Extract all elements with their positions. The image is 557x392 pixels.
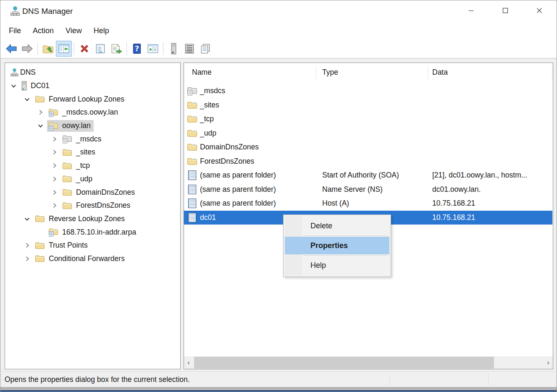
toolbar-separator — [163, 42, 163, 55]
tree-item-forestdnszones[interactable]: ForestDnsZones — [5, 199, 180, 212]
export-list-button[interactable] — [108, 41, 124, 57]
expander[interactable] — [47, 174, 61, 183]
menu-help[interactable]: Help — [88, 24, 115, 38]
tree-item-oowy-lan[interactable]: oowy.lan — [5, 119, 180, 133]
show-console-tree-button[interactable] — [56, 41, 72, 57]
forward-button[interactable] — [19, 41, 35, 57]
list-row-tcp[interactable]: _tcp — [184, 112, 553, 126]
help-button[interactable] — [129, 41, 145, 57]
export-list-icon — [110, 43, 122, 54]
tree-item-udp[interactable]: _udp — [5, 172, 180, 186]
expander[interactable] — [34, 121, 47, 131]
tree-item-dns-root[interactable]: DNS — [5, 66, 180, 79]
tree-item-trust-points[interactable]: Trust Points — [5, 239, 180, 252]
column-divider[interactable] — [316, 66, 316, 79]
folder-icon — [187, 100, 197, 110]
maximize-icon — [502, 8, 508, 13]
chevron-right-icon — [24, 242, 31, 249]
copy-button[interactable] — [197, 41, 213, 57]
close-button[interactable] — [522, 0, 556, 21]
list-row-sites[interactable]: _sites — [184, 98, 553, 112]
tree-item-reverse-lookup-zones[interactable]: Reverse Lookup Zones — [5, 212, 180, 226]
tree-item-label: _tcp — [76, 161, 90, 170]
expander[interactable] — [20, 214, 34, 223]
cell-name: (same as parent folder) — [200, 185, 276, 194]
record-icon — [187, 184, 197, 195]
tree-item-label: _udp — [76, 175, 92, 183]
tree-item-label: Trust Points — [49, 241, 88, 250]
list-row-soa[interactable]: (same as parent folder) Start of Authori… — [184, 168, 553, 183]
cell-data: [21], dc01.oowy.lan., hostm... — [432, 171, 527, 180]
scroll-left-arrow[interactable]: ‹ — [184, 356, 193, 369]
properties-button[interactable] — [92, 41, 108, 57]
expander[interactable] — [47, 188, 61, 197]
minimize-button[interactable] — [454, 0, 488, 21]
status-divider — [488, 374, 489, 385]
column-divider[interactable] — [428, 66, 428, 79]
toolbar-separator — [74, 42, 74, 55]
folder-icon — [35, 241, 45, 250]
context-menu-item-properties[interactable]: Properties — [285, 237, 389, 254]
column-header-type[interactable]: Type — [322, 68, 338, 77]
context-menu-item-help[interactable]: Help — [285, 256, 389, 275]
zone-folder-gray-icon — [187, 86, 197, 96]
expander[interactable] — [47, 201, 61, 210]
window-controls — [454, 0, 556, 21]
folder-icon — [187, 142, 197, 152]
tree-item-dc01[interactable]: DC01 — [5, 79, 180, 93]
expander[interactable] — [47, 161, 61, 170]
list-row-host-a-parent[interactable]: (same as parent folder) Host (A) 10.75.1… — [184, 196, 553, 211]
tree-item-168-75-10-in-addr-arpa[interactable]: 168.75.10.in-addr.arpa — [5, 225, 180, 239]
tree-item-msdcs[interactable]: _msdcs — [5, 132, 180, 146]
tree-item-sites[interactable]: _sites — [5, 146, 180, 159]
server-button[interactable] — [166, 41, 181, 57]
tree-item-forward-lookup-zones[interactable]: Forward Lookup Zones — [5, 92, 180, 106]
new-window-button[interactable] — [145, 41, 161, 57]
menu-view[interactable]: View — [60, 24, 88, 38]
cell-name: (same as parent folder) — [200, 171, 276, 180]
console-tree-panel: DNS DC01 Forward Lookup Zones _msdcs.oow… — [5, 63, 181, 369]
list-row-udp[interactable]: _udp — [184, 126, 553, 141]
tree-item-tcp[interactable]: _tcp — [5, 159, 180, 172]
tree-item-msdcs-oowy-lan[interactable]: _msdcs.oowy.lan — [5, 106, 180, 119]
scroll-right-arrow[interactable]: › — [544, 356, 553, 369]
delete-button[interactable] — [76, 41, 92, 57]
scrollbar-thumb[interactable] — [194, 357, 494, 368]
maximize-button[interactable] — [488, 0, 522, 21]
list-row-domaindnszones[interactable]: DomainDnsZones — [184, 140, 553, 154]
list-row-ns[interactable]: (same as parent folder) Name Server (NS)… — [184, 183, 553, 197]
menu-action[interactable]: Action — [27, 24, 60, 38]
up-one-level-button[interactable] — [40, 41, 56, 57]
column-header-data[interactable]: Data — [432, 68, 448, 77]
folder-icon — [62, 188, 72, 196]
menu-bar: File Action View Help — [0, 22, 557, 39]
menu-file[interactable]: File — [3, 24, 27, 38]
zone-folder-gray-icon — [62, 134, 72, 144]
list-row-forestdnszones[interactable]: ForestDnsZones — [184, 154, 553, 169]
expander[interactable] — [7, 81, 20, 91]
chevron-right-icon — [24, 255, 31, 262]
back-button[interactable] — [3, 41, 19, 57]
tree-item-label: ForestDnsZones — [76, 201, 130, 210]
expander[interactable] — [47, 134, 61, 144]
column-divider[interactable] — [552, 66, 552, 79]
status-text: Opens the properties dialog box for the … — [5, 375, 190, 384]
tree-item-domaindnszones[interactable]: DomainDnsZones — [5, 186, 180, 199]
folder-icon — [35, 95, 45, 103]
cell-type: Name Server (NS) — [322, 185, 383, 194]
expander[interactable] — [20, 241, 34, 250]
expander[interactable] — [47, 148, 61, 157]
column-header-name[interactable]: Name — [192, 68, 212, 77]
tree-item-conditional-forwarders[interactable]: Conditional Forwarders — [5, 252, 180, 266]
cell-name: _tcp — [200, 115, 214, 123]
tree-item-label: 168.75.10.in-addr.arpa — [62, 228, 136, 237]
expander[interactable] — [20, 254, 34, 263]
record-list-button[interactable] — [181, 41, 197, 57]
expander[interactable] — [20, 94, 34, 104]
context-menu-item-delete[interactable]: Delete — [285, 216, 389, 235]
lined-list-icon — [184, 43, 195, 54]
expander[interactable] — [34, 108, 47, 117]
list-row-msdcs[interactable]: _msdcs — [184, 84, 553, 98]
horizontal-scrollbar[interactable]: ‹ › — [184, 356, 553, 369]
list-rows: _msdcs _sites _tcp _udp DomainDnsZones F… — [184, 84, 553, 225]
